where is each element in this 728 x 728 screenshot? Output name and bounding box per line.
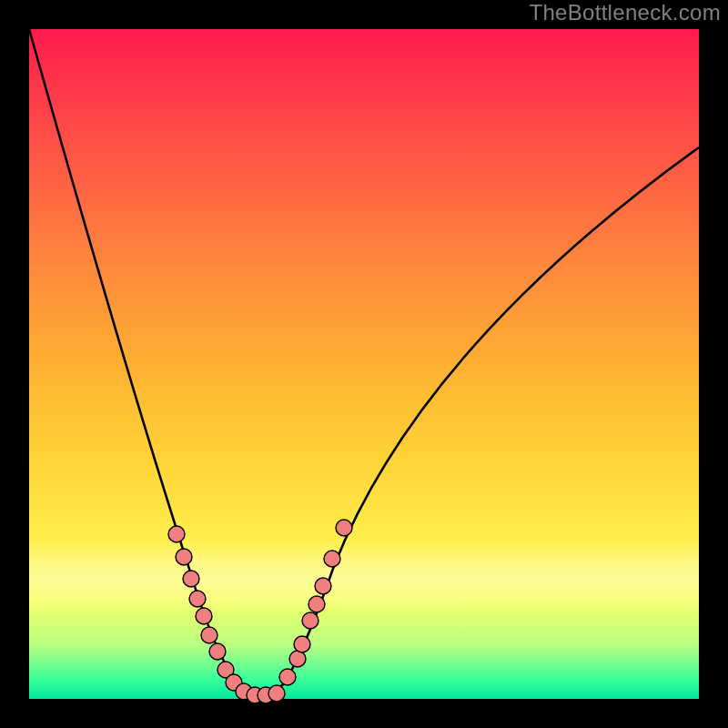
chart-svg	[29, 29, 699, 699]
scatter-dot	[189, 591, 206, 607]
outer-frame: TheBottleneck.com	[0, 0, 728, 728]
scatter-dot	[279, 669, 296, 685]
scatter-dot	[336, 520, 352, 536]
scatter-dot	[268, 685, 285, 702]
scatter-dot	[315, 578, 331, 594]
scatter-dot	[201, 627, 217, 643]
scatter-dot	[294, 636, 310, 652]
scatter-dot	[308, 596, 325, 612]
left-curve	[29, 29, 261, 695]
scatter-dot	[196, 608, 212, 624]
scatter-dot	[183, 571, 199, 587]
scatter-dot	[209, 643, 226, 660]
scatter-dot	[289, 651, 306, 667]
watermark-text: TheBottleneck.com	[529, 0, 721, 25]
scatter-dot	[302, 612, 318, 629]
right-curve	[261, 147, 699, 695]
scatter-group	[168, 520, 352, 703]
scatter-dot	[176, 549, 192, 565]
plot-area	[29, 29, 699, 699]
scatter-dot	[168, 526, 185, 542]
scatter-dot	[324, 551, 340, 567]
